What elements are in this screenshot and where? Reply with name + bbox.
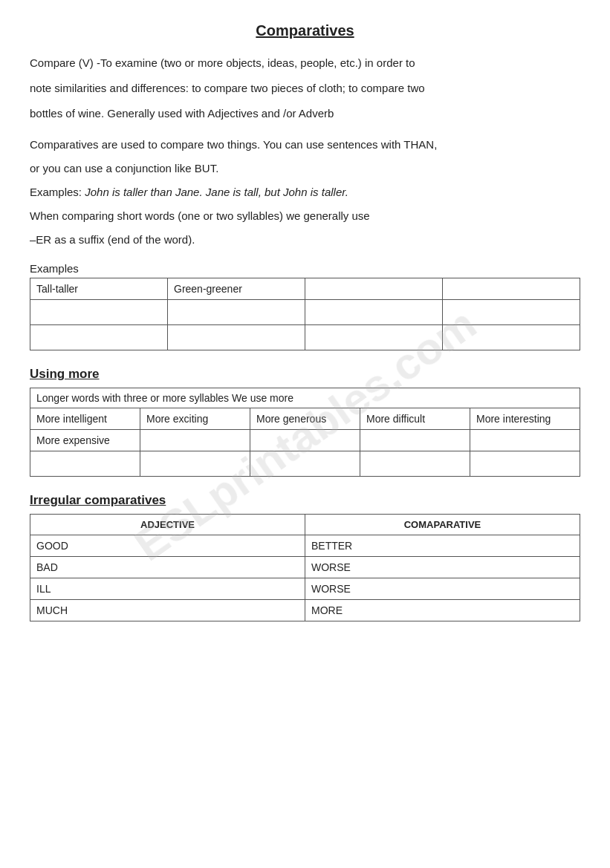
cell-more-generous: More generous <box>250 408 360 430</box>
intro-line2: note similarities and differences: to co… <box>30 79 580 97</box>
table-row: MUCH MORE <box>30 600 580 621</box>
col-adjective: ADJECTIVE <box>30 515 305 535</box>
comp-desc-line2: or you can use a conjunction like BUT. <box>30 160 580 177</box>
cell-more-difficult: More difficult <box>360 408 470 430</box>
table-row: More expensive <box>30 430 580 451</box>
cell-empty2 <box>443 278 580 300</box>
table-row <box>30 325 580 350</box>
table-row: More intelligent More exciting More gene… <box>30 408 580 430</box>
table-row: Tall-taller Green-greener <box>30 278 580 300</box>
table-row <box>30 451 580 477</box>
cell-more-expensive: More expensive <box>30 430 140 451</box>
cell-more-interesting: More interesting <box>470 408 580 430</box>
comp-desc-line1: Comparatives are used to compare two thi… <box>30 136 580 154</box>
comp-worse1: WORSE <box>305 557 580 578</box>
examples-table: Tall-taller Green-greener <box>30 278 580 350</box>
irregular-heading: Irregular comparatives <box>30 493 580 508</box>
table-row <box>30 300 580 325</box>
adj-much: MUCH <box>30 600 305 621</box>
cell-empty1 <box>305 278 443 300</box>
comp-desc-examples: Examples: John is taller than Jane. Jane… <box>30 183 580 201</box>
examples-label: Examples <box>30 262 580 275</box>
adj-ill: ILL <box>30 578 305 600</box>
irregular-table: ADJECTIVE COMAPARATIVE GOOD BETTER BAD W… <box>30 514 580 621</box>
cell-more-exciting: More exciting <box>140 408 250 430</box>
using-more-heading: Using more <box>30 367 580 382</box>
comp-more: MORE <box>305 600 580 621</box>
using-more-header: Longer words with three or more syllable… <box>30 388 580 408</box>
cell-tall-taller: Tall-taller <box>30 278 168 300</box>
cell-more-intelligent: More intelligent <box>30 408 140 430</box>
cell-green-greener: Green-greener <box>168 278 305 300</box>
col-comparative: COMAPARATIVE <box>305 515 580 535</box>
table-header-row: ADJECTIVE COMAPARATIVE <box>30 515 580 535</box>
adj-good: GOOD <box>30 535 305 557</box>
comp-desc-line4: –ER as a suffix (end of the word). <box>30 231 580 249</box>
intro-line3: bottles of wine. Generally used with Adj… <box>30 105 580 123</box>
table-row: BAD WORSE <box>30 557 580 578</box>
table-row: GOOD BETTER <box>30 535 580 557</box>
comp-desc-line3: When comparing short words (one or two s… <box>30 207 580 225</box>
table-row: ILL WORSE <box>30 578 580 600</box>
comp-better: BETTER <box>305 535 580 557</box>
adj-bad: BAD <box>30 557 305 578</box>
table-row: Longer words with three or more syllable… <box>30 388 580 408</box>
using-more-table: Longer words with three or more syllable… <box>30 388 580 477</box>
comp-worse2: WORSE <box>305 578 580 600</box>
page-title: Comparatives <box>30 22 580 39</box>
intro-line1: Compare (V) -To examine (two or more obj… <box>30 54 580 72</box>
